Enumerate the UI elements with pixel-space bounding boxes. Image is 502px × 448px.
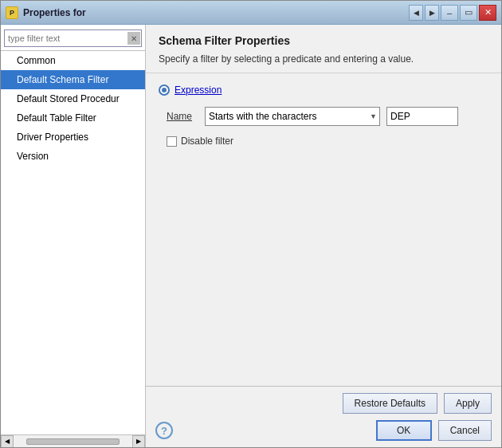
- main-content: ✕ Common Default Schema Filter Default S…: [1, 25, 501, 447]
- sidebar-items-list: Common Default Schema Filter Default Sto…: [1, 51, 145, 434]
- apply-button[interactable]: Apply: [444, 393, 492, 414]
- disable-filter-checkbox[interactable]: [167, 136, 177, 147]
- name-label: Name: [167, 111, 198, 122]
- sidebar: ✕ Common Default Schema Filter Default S…: [1, 25, 146, 447]
- restore-defaults-button[interactable]: Restore Defaults: [343, 393, 437, 414]
- scroll-left-button[interactable]: ◀: [1, 435, 14, 448]
- filter-row: Name Starts with the characters Ends wit…: [167, 107, 488, 126]
- sidebar-item-default-schema-filter[interactable]: Default Schema Filter: [1, 70, 145, 89]
- filter-input[interactable]: [4, 29, 142, 47]
- sidebar-filter-area: ✕: [1, 25, 145, 51]
- scroll-right-button[interactable]: ▶: [132, 435, 145, 448]
- disable-filter-row: Disable filter: [167, 136, 488, 147]
- panel-description: Specify a filter by selecting a predicat…: [159, 53, 488, 65]
- nav-forward-button[interactable]: ▶: [425, 5, 439, 21]
- panel-header: Schema Filter Properties Specify a filte…: [146, 25, 501, 73]
- restore-apply-row: Restore Defaults Apply: [155, 393, 492, 414]
- sidebar-scrollbar[interactable]: [26, 438, 120, 445]
- sidebar-item-driver-properties[interactable]: Driver Properties: [1, 128, 145, 147]
- ok-button[interactable]: OK: [376, 420, 432, 441]
- title-bar: P Properties for ◀ ▶ – ▭ ✕: [1, 1, 501, 25]
- window-icon: P: [6, 6, 18, 19]
- sidebar-item-common[interactable]: Common: [1, 51, 145, 70]
- sidebar-item-version[interactable]: Version: [1, 147, 145, 166]
- bottom-bar: Restore Defaults Apply ? OK Cancel: [146, 386, 501, 447]
- panel-body: Expression Name Starts with the characte…: [146, 73, 501, 386]
- filter-value-input[interactable]: [386, 107, 458, 126]
- predicate-select-wrapper: Starts with the characters Ends with the…: [205, 107, 380, 126]
- sidebar-item-default-table-filter[interactable]: Default Table Filter: [1, 108, 145, 128]
- ok-cancel-row-left: ?: [155, 422, 370, 439]
- cancel-button[interactable]: Cancel: [438, 420, 492, 441]
- sidebar-item-default-stored-procedure[interactable]: Default Stored Procedur: [1, 89, 145, 108]
- nav-back-button[interactable]: ◀: [409, 5, 423, 21]
- maximize-button[interactable]: ▭: [460, 5, 477, 21]
- filter-clear-button[interactable]: ✕: [127, 32, 140, 45]
- help-button[interactable]: ?: [155, 422, 173, 439]
- sidebar-scrollbar-row: ◀ ▶: [1, 434, 145, 447]
- title-bar-left: P Properties for: [6, 6, 86, 19]
- ok-cancel-row: ? OK Cancel: [155, 420, 492, 441]
- minimize-button[interactable]: –: [441, 5, 458, 21]
- title-bar-buttons: ◀ ▶ – ▭ ✕: [409, 5, 496, 21]
- panel-title: Schema Filter Properties: [159, 34, 488, 47]
- right-panel: Schema Filter Properties Specify a filte…: [146, 25, 501, 447]
- expression-radio-button[interactable]: [159, 84, 170, 96]
- disable-filter-label: Disable filter: [181, 136, 233, 147]
- window-title: Properties for: [23, 7, 86, 18]
- predicate-select[interactable]: Starts with the characters Ends with the…: [205, 107, 380, 126]
- main-window: P Properties for ◀ ▶ – ▭ ✕ ✕ Common: [0, 0, 502, 448]
- filter-input-wrap: ✕: [4, 29, 142, 47]
- expression-radio-row: Expression: [159, 84, 488, 96]
- close-button[interactable]: ✕: [479, 5, 496, 21]
- expression-radio-label[interactable]: Expression: [175, 84, 222, 96]
